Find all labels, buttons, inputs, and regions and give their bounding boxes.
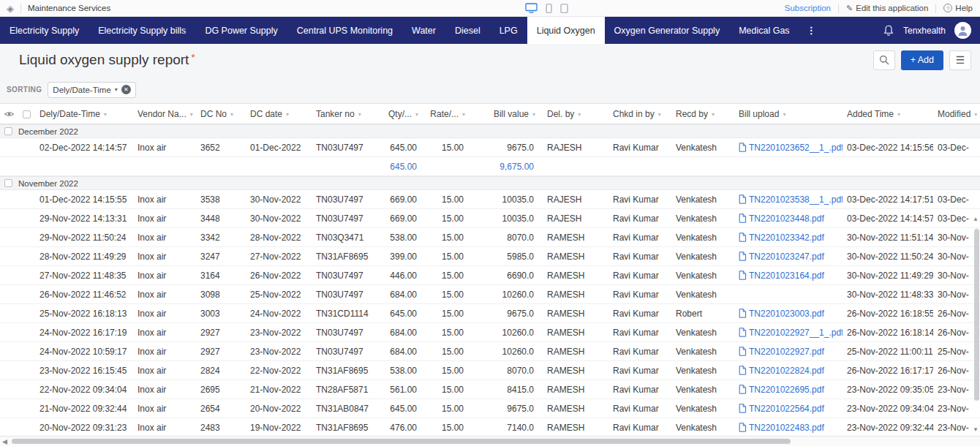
group-checkbox[interactable] <box>4 179 12 187</box>
column-header-qty-[interactable]: Qty/...▾ <box>380 109 426 119</box>
table-row[interactable]: 24-Nov-2022 10:59:17Inox air292723-Nov-2… <box>0 342 980 361</box>
cell-qty: 399.00 <box>380 252 426 262</box>
column-header-tanker-no[interactable]: Tanker no▾ <box>312 109 380 119</box>
column-header-added-time[interactable]: Added Time▾ <box>843 109 933 119</box>
sort-caret-icon[interactable]: ▾ <box>104 111 107 118</box>
sort-caret-icon[interactable]: ▾ <box>462 111 465 118</box>
table-row[interactable]: 24-Nov-2022 16:17:19Inox air292723-Nov-2… <box>0 323 980 342</box>
cell-qty: 684.00 <box>380 328 426 338</box>
sort-caret-icon[interactable]: ▾ <box>578 111 581 118</box>
bill-upload-link[interactable]: TN2201023342.pdf <box>749 233 824 243</box>
bill-upload-link[interactable]: TN2201022927.pdf <box>749 347 824 357</box>
edit-application-button[interactable]: ✎ Edit this application <box>846 4 928 13</box>
column-header-dely-date-time[interactable]: Dely/Date-Time▾ <box>35 109 133 119</box>
tablet-view-icon[interactable] <box>560 4 568 13</box>
column-header-dc-no[interactable]: DC No▾ <box>196 109 246 119</box>
column-header-bill-upload[interactable]: Bill upload▾ <box>734 109 843 119</box>
chevron-down-icon[interactable]: ▾ <box>115 86 118 93</box>
table-row[interactable]: 25-Nov-2022 16:18:13Inox air300324-Nov-2… <box>0 304 980 323</box>
sort-caret-icon[interactable]: ▾ <box>358 111 361 118</box>
cell-bill_upload: TN2201022824.pdf <box>734 366 843 376</box>
table-row[interactable]: 21-Nov-2022 09:32:44Inox air265420-Nov-2… <box>0 399 980 418</box>
bill-upload-link[interactable]: TN2201023538__1_.pdf <box>749 194 843 205</box>
phone-view-icon[interactable] <box>546 4 552 13</box>
column-header-recd-by[interactable]: Recd by▾ <box>671 109 734 119</box>
scroll-up-arrow-icon[interactable]: ▲ <box>973 216 979 222</box>
table-row[interactable]: 20-Nov-2022 09:31:23Inox air248319-Nov-2… <box>0 418 980 437</box>
column-header-vendor-na-[interactable]: Vendor Na...▾ <box>133 109 196 119</box>
sort-caret-icon[interactable]: ▾ <box>415 111 418 118</box>
bill-upload-link[interactable]: TN2201023652__1_.pdf <box>749 143 843 153</box>
help-button[interactable]: ? Help <box>943 4 973 12</box>
bill-upload-link[interactable]: TN2201022695.pdf <box>749 385 824 395</box>
sort-caret-icon[interactable]: ▾ <box>532 111 535 118</box>
table-row[interactable]: 29-Nov-2022 14:13:31Inox air344830-Nov-2… <box>0 209 980 228</box>
bill-upload-link[interactable]: TN2201023164.pdf <box>749 271 824 281</box>
scroll-down-arrow-icon[interactable]: ▼ <box>973 426 979 433</box>
column-header-rate-[interactable]: Rate/...▾ <box>426 109 472 119</box>
sort-caret-icon[interactable]: ▾ <box>190 111 193 118</box>
bill-upload-link[interactable]: TN2201022564.pdf <box>749 404 824 414</box>
sort-caret-icon[interactable]: ▾ <box>783 111 785 118</box>
nav-tab-liquid-oxygen[interactable]: Liquid Oxygen <box>527 17 605 44</box>
cell-tanker: TN03Q3471 <box>312 233 380 243</box>
add-button[interactable]: + Add <box>901 50 943 70</box>
select-all-checkbox[interactable] <box>23 110 31 118</box>
subscription-link[interactable]: Subscription <box>785 4 831 12</box>
group-checkbox[interactable] <box>4 127 12 135</box>
desktop-view-icon[interactable] <box>525 3 538 13</box>
remove-sort-icon[interactable]: ✕ <box>121 85 131 94</box>
column-header-chkd-in-by[interactable]: Chkd in by▾ <box>608 109 671 119</box>
table-row[interactable]: 01-Dec-2022 14:15:55Inox air353830-Nov-2… <box>0 190 980 209</box>
sort-caret-icon[interactable]: ▾ <box>897 111 900 118</box>
horizontal-scrollbar[interactable]: ◀ <box>0 436 980 446</box>
table-body: December 202202-Dec-2022 14:14:57Inox ai… <box>0 124 980 437</box>
sort-caret-icon[interactable]: ▾ <box>286 111 289 118</box>
bill-upload-link[interactable]: TN2201023448.pdf <box>749 213 824 224</box>
sort-caret-icon[interactable]: ▾ <box>712 111 715 118</box>
sort-caret-icon[interactable]: ▾ <box>658 111 661 118</box>
bill-upload-link[interactable]: TN2201022483.pdf <box>749 423 824 433</box>
nav-tab-diesel[interactable]: Diesel <box>445 17 490 44</box>
bill-upload-link[interactable]: TN2201022824.pdf <box>749 366 824 376</box>
horizontal-scrollbar-thumb[interactable] <box>12 439 791 444</box>
notification-bell-icon[interactable] <box>883 24 894 37</box>
nav-tab-dg-power-supply[interactable]: DG Power Supply <box>195 17 287 44</box>
scroll-left-arrow-icon[interactable]: ◀ <box>2 438 7 445</box>
sort-chip[interactable]: Dely/Date-Time ▾ ✕ <box>48 82 135 98</box>
search-button[interactable] <box>873 50 895 70</box>
user-avatar[interactable] <box>954 22 971 39</box>
nav-tab-oxygen-generator-supply[interactable]: Oxygen Generator Supply <box>605 17 730 44</box>
table-row[interactable]: 02-Dec-2022 14:14:57Inox air365201-Dec-2… <box>0 138 980 157</box>
sort-caret-icon[interactable]: ▾ <box>974 111 977 118</box>
table-row[interactable]: 29-Nov-2022 11:50:24Inox air334228-Nov-2… <box>0 228 980 247</box>
vertical-scrollbar-thumb[interactable] <box>974 229 979 401</box>
nav-tab-water[interactable]: Water <box>402 17 445 44</box>
table-row[interactable]: 22-Nov-2022 09:34:04Inox air269521-Nov-2… <box>0 380 980 399</box>
column-header-del-by[interactable]: Del. by▾ <box>543 109 608 119</box>
column-header-dc-date[interactable]: DC date▾ <box>246 109 312 119</box>
column-header-bill-value[interactable]: Bill value▾ <box>472 109 543 119</box>
table-row[interactable]: 28-Nov-2022 11:49:29Inox air324727-Nov-2… <box>0 247 980 266</box>
nav-tab-electricity-supply[interactable]: Electricity Supply <box>0 17 88 44</box>
cell-dc_date: 24-Nov-2022 <box>246 309 312 319</box>
divider <box>838 4 839 13</box>
show-hide-columns-button[interactable] <box>0 110 18 118</box>
nav-tab-electricity-supply-bills[interactable]: Electricity Supply bills <box>88 17 195 44</box>
pdf-icon <box>739 233 747 242</box>
nav-more-icon[interactable]: ⋮ <box>799 17 823 44</box>
bill-upload-link[interactable]: TN2201022927__1_.pdf <box>749 328 843 338</box>
bill-upload-link[interactable]: TN2201023247.pdf <box>749 252 824 262</box>
nav-tab-lpg[interactable]: LPG <box>490 17 527 44</box>
table-row[interactable]: 27-Nov-2022 11:48:35Inox air316426-Nov-2… <box>0 266 980 285</box>
cell-dely: 26-Nov-2022 11:46:52 <box>35 290 133 300</box>
view-menu-button[interactable]: ☰ <box>949 50 971 70</box>
sort-caret-icon[interactable]: ▾ <box>230 111 233 118</box>
column-header-modified[interactable]: Modified▾ <box>933 109 977 119</box>
nav-tab-central-ups-monitoring[interactable]: Central UPS Monitoring <box>287 17 402 44</box>
cell-dc_date: 22-Nov-2022 <box>246 366 312 376</box>
bill-upload-link[interactable]: TN2201023003.pdf <box>749 309 824 319</box>
table-row[interactable]: 26-Nov-2022 11:46:52Inox air309825-Nov-2… <box>0 285 980 304</box>
nav-tab-medical-gas[interactable]: Medical Gas <box>729 17 799 44</box>
table-row[interactable]: 23-Nov-2022 16:15:45Inox air282422-Nov-2… <box>0 361 980 380</box>
